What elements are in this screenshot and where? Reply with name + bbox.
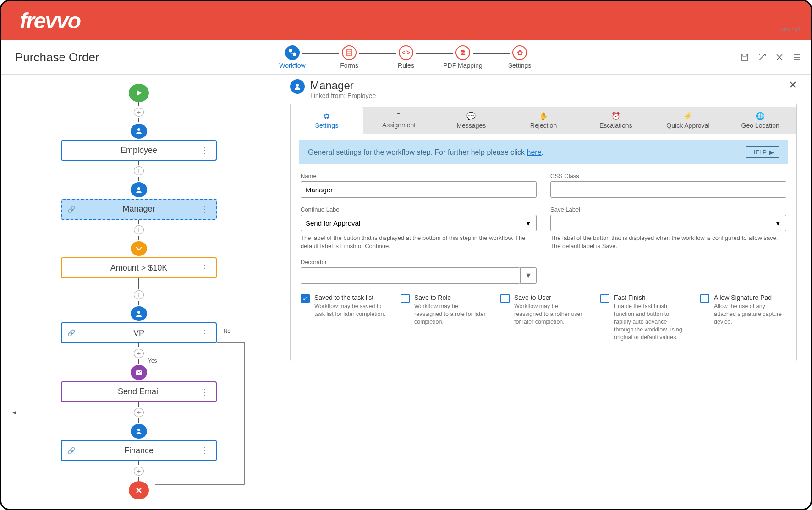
workflow-step-employee[interactable]: Employee ⋮ <box>61 140 217 161</box>
menu-icon[interactable] <box>792 53 801 62</box>
chevron-down-icon: ▼ <box>525 219 532 227</box>
info-banner: General settings for the workflow step. … <box>299 140 788 164</box>
workflow-step-email[interactable]: Send Email ⋮ <box>61 381 217 402</box>
workflow-icon <box>285 45 300 60</box>
panel-title: Manager <box>310 79 376 92</box>
chevron-down-icon: ▼ <box>774 219 781 227</box>
workflow-step-vp[interactable]: 🔗 VP ⋮ <box>61 322 217 343</box>
email-icon <box>131 365 147 380</box>
workflow-step-decision[interactable]: Amount > $10K ⋮ <box>61 257 217 278</box>
name-input[interactable] <box>301 181 537 198</box>
decorator-input[interactable] <box>301 267 520 284</box>
checkbox[interactable] <box>600 294 609 303</box>
tab-settings[interactable]: ✿Settings <box>291 107 363 134</box>
panel-subtitle: Linked from: Employee <box>310 92 376 99</box>
nav-rules[interactable]: </> Rules <box>374 45 438 69</box>
wand-icon[interactable] <box>757 53 767 62</box>
add-step-button[interactable]: + <box>134 108 144 117</box>
check-saved-task-list: Saved to the task listWorkflow may be sa… <box>301 294 387 341</box>
help-button[interactable]: HELP ▶ <box>746 146 779 158</box>
workflow-start[interactable] <box>129 84 149 102</box>
continue-select[interactable]: Send for Approval▼ <box>301 215 537 231</box>
branch-yes-label: Yes <box>148 358 157 364</box>
user-icon <box>290 79 305 94</box>
svg-rect-0 <box>289 49 292 52</box>
link-icon: 🔗 <box>67 329 75 336</box>
tab-assignment[interactable]: 🗎Assignment <box>363 107 435 134</box>
workflow-step-finance[interactable]: 🔗 Finance ⋮ <box>61 440 217 461</box>
check-signature-pad: Allow Signature PadAllow the use of any … <box>700 294 786 341</box>
link-icon: 🔗 <box>67 206 75 213</box>
check-fast-finish: Fast FinishEnable the fast finish functi… <box>600 294 686 341</box>
step-menu-icon[interactable]: ⋮ <box>201 263 209 273</box>
tab-quick-approval[interactable]: ⚡Quick Approval <box>652 107 724 134</box>
add-step-button[interactable]: +◄ <box>134 408 144 417</box>
svg-point-8 <box>761 54 762 54</box>
save-icon[interactable] <box>740 53 749 62</box>
link-icon: 🔗 <box>67 447 75 454</box>
nav-steps: Workflow Forms </> Rules PDF PDF Mapping… <box>260 45 552 69</box>
checkbox[interactable] <box>401 294 410 303</box>
add-step-button[interactable]: + <box>134 467 144 476</box>
globe-icon: 🌐 <box>756 112 765 120</box>
close-icon[interactable] <box>775 53 784 62</box>
bolt-icon: ⚡ <box>683 112 692 120</box>
tab-geo-location[interactable]: 🌐Geo Location <box>724 107 796 134</box>
nav-workflow[interactable]: Workflow <box>260 45 324 69</box>
step-menu-icon[interactable]: ⋮ <box>201 328 209 338</box>
user-icon <box>131 306 147 321</box>
checkbox[interactable] <box>700 294 709 303</box>
checkbox[interactable] <box>301 294 310 303</box>
continue-field: Continue Label Send for Approval▼ The la… <box>301 206 537 250</box>
subheader: Purchase Order Workflow Forms </> Rules … <box>1 40 811 75</box>
nav-settings[interactable]: ✿ Settings <box>488 45 552 69</box>
gear-icon: ✿ <box>324 112 329 120</box>
add-step-button[interactable]: + <box>134 290 144 299</box>
header-actions <box>740 53 801 62</box>
svg-rect-2 <box>346 50 352 55</box>
tab-messages[interactable]: 💬Messages <box>435 107 507 134</box>
branch-no-line <box>217 333 253 484</box>
svg-text:PDF: PDF <box>461 52 465 54</box>
app-header: frevvo <box>1 1 811 40</box>
add-step-button[interactable]: + <box>134 349 144 358</box>
step-menu-icon[interactable]: ⋮ <box>201 445 209 456</box>
css-input[interactable] <box>550 181 786 198</box>
settings-panel: Manager Linked from: Employee ✕ ✿Setting… <box>276 75 811 509</box>
step-menu-icon[interactable]: ⋮ <box>201 204 209 214</box>
step-menu-icon[interactable]: ⋮ <box>201 145 209 155</box>
add-step-button[interactable]: + <box>134 166 144 175</box>
user-icon <box>131 182 147 197</box>
nav-forms[interactable]: Forms <box>317 45 381 69</box>
user-icon <box>131 424 147 439</box>
check-save-user: Save to UserWorkflow may be reassigned t… <box>500 294 587 341</box>
checkbox[interactable] <box>500 294 510 303</box>
user-icon <box>131 124 147 139</box>
forms-icon <box>342 45 357 60</box>
svg-point-11 <box>137 311 140 314</box>
brand-logo: frevvo <box>20 8 80 33</box>
workflow-step-manager[interactable]: 🔗 Manager ⋮ <box>61 199 217 220</box>
workflow-canvas: + Employee ⋮ + 🔗 Manager ⋮ + Amount > $1… <box>1 75 276 509</box>
decision-icon <box>131 241 147 256</box>
tab-rejection[interactable]: ✋Rejection <box>507 107 580 134</box>
assignment-icon: 🗎 <box>395 112 403 120</box>
step-menu-icon[interactable]: ⋮ <box>201 387 209 397</box>
svg-point-9 <box>137 128 140 131</box>
decorator-field: Decorator ▼ <box>301 259 537 284</box>
svg-point-7 <box>759 54 760 55</box>
help-link[interactable]: here <box>527 148 542 156</box>
css-field: CSS Class <box>550 173 786 198</box>
close-panel-button[interactable]: ✕ <box>789 79 797 91</box>
name-field: Name <box>301 173 537 198</box>
panel-tabs: ✿Settings 🗎Assignment 💬Messages ✋Rejecti… <box>291 107 796 134</box>
nav-pdf[interactable]: PDF PDF Mapping <box>431 45 495 69</box>
svg-point-10 <box>137 187 140 190</box>
decorator-dropdown-button[interactable]: ▼ <box>520 267 537 284</box>
version-label: version 5 <box>781 27 801 32</box>
save-select[interactable]: ▼ <box>550 215 786 231</box>
workflow-end[interactable] <box>129 481 149 499</box>
tab-escalations[interactable]: ⏰Escalations <box>580 107 652 134</box>
page-title: Purchase Order <box>15 50 99 65</box>
add-step-button[interactable]: + <box>134 225 144 234</box>
